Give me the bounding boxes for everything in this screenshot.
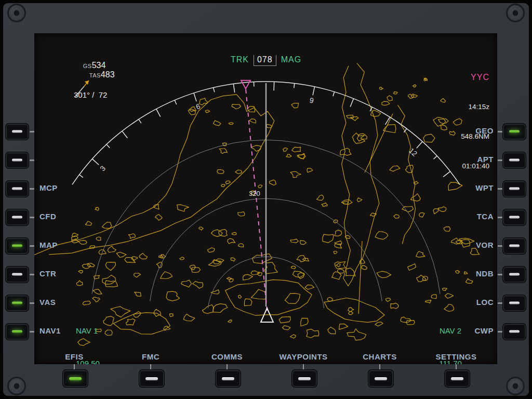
button-led-cfd: [12, 216, 22, 219]
menu-button-efis[interactable]: [63, 370, 88, 387]
track-value: 078: [254, 55, 276, 66]
menu-led-waypoints: [298, 377, 311, 380]
button-nav1[interactable]: [6, 324, 29, 340]
button-tick-nav1: [30, 331, 34, 332]
screw-top-left: [7, 4, 26, 22]
track-readout: TRK 078 MAG: [231, 55, 301, 66]
button-led-vas: [12, 302, 22, 304]
button-ctr[interactable]: [6, 267, 29, 283]
menu-tick-fmc: [150, 364, 151, 370]
range-ring-label: 320: [249, 190, 260, 197]
button-left-blank-2[interactable]: [6, 152, 29, 168]
button-ndb[interactable]: [503, 267, 526, 283]
button-led-vor: [509, 245, 520, 247]
button-led-loc: [509, 302, 520, 304]
tas-value: 483: [101, 70, 115, 79]
button-tick-cfd: [30, 217, 34, 218]
button-tick-ctr: [30, 274, 34, 275]
menu-label-comms: COMMS: [191, 352, 263, 361]
screw-top-right: [506, 4, 525, 22]
side-label-map: MAP: [39, 241, 58, 249]
button-wpt[interactable]: [503, 181, 526, 197]
button-tick-ndb: [498, 274, 502, 275]
side-label-cfd: CFD: [39, 212, 56, 221]
menu-tick-comms: [227, 364, 228, 370]
menu-label-settings: SETTINGS: [420, 352, 493, 361]
side-label-nav1: NAV1: [39, 326, 61, 335]
menu-button-fmc[interactable]: [139, 370, 164, 387]
menu-tick-waypoints: [303, 364, 304, 370]
button-tca[interactable]: [503, 209, 526, 225]
button-vor[interactable]: [503, 238, 526, 254]
mag-label: MAG: [281, 55, 301, 64]
menu-tick-efis: [74, 364, 75, 370]
button-tick-vor: [498, 245, 502, 247]
button-geo[interactable]: [503, 124, 526, 140]
screw-bottom-right: [506, 377, 525, 395]
button-tick-left-blank-2: [30, 159, 34, 161]
screw-bottom-left: [7, 377, 26, 395]
button-loc[interactable]: [503, 295, 526, 311]
button-led-left-blank-1: [12, 130, 22, 133]
tas-label: TAS: [89, 72, 101, 78]
button-tick-wpt: [498, 188, 502, 190]
gs-label: GS: [83, 63, 92, 69]
menu-led-comms: [222, 377, 234, 380]
button-vas[interactable]: [6, 295, 29, 311]
button-tick-loc: [498, 302, 502, 304]
side-label-vas: VAS: [39, 298, 56, 307]
destination-ident: YYC: [461, 72, 489, 82]
destination-info: YYC 14:15z 548.6NM 01:01:40: [461, 52, 489, 191]
nd-display: 36912320 GS534 TAS483 301° / 72 TRK 078 …: [34, 33, 497, 364]
course-bug-icon: [241, 81, 250, 89]
menu-button-settings[interactable]: [445, 370, 470, 387]
button-led-apt: [509, 159, 520, 162]
menu-led-charts: [375, 377, 387, 380]
trk-label: TRK: [231, 55, 249, 64]
button-led-geo: [509, 130, 520, 133]
button-led-nav1: [12, 330, 22, 333]
button-led-mcp: [12, 188, 22, 190]
button-led-map: [12, 245, 22, 247]
button-tick-apt: [498, 159, 502, 161]
button-led-ndb: [509, 273, 520, 276]
button-led-cwp: [509, 330, 520, 333]
destination-eta: 14:15z: [461, 102, 489, 112]
gs-value: 534: [92, 61, 106, 70]
menu-label-waypoints: WAYPOINTS: [267, 352, 340, 361]
button-apt[interactable]: [503, 152, 526, 168]
button-led-wpt: [509, 188, 520, 190]
button-cfd[interactable]: [6, 209, 29, 225]
menu-label-efis: EFIS: [38, 352, 111, 361]
menu-led-efis: [69, 377, 82, 380]
button-led-left-blank-2: [12, 159, 22, 162]
button-tick-left-blank-1: [30, 131, 34, 132]
button-tick-mcp: [30, 188, 34, 190]
heading-label-90: 9: [309, 96, 314, 105]
menu-led-fmc: [145, 377, 158, 380]
heading-label-30: 3: [98, 164, 107, 173]
button-mcp[interactable]: [6, 181, 29, 197]
speed-readout: GS534 TAS483 301° / 72: [74, 51, 115, 118]
menu-button-waypoints[interactable]: [292, 370, 317, 387]
side-label-tca: TCA: [431, 212, 494, 221]
side-label-ndb: NDB: [431, 269, 494, 278]
menu-button-comms[interactable]: [216, 370, 241, 387]
side-label-vor: VOR: [431, 241, 494, 249]
menu-button-charts[interactable]: [368, 370, 393, 387]
side-label-ctr: CTR: [39, 269, 56, 278]
button-tick-tca: [498, 217, 502, 218]
menu-tick-charts: [379, 364, 380, 370]
button-cwp[interactable]: [503, 324, 526, 340]
nav1-label: NAV 1: [76, 325, 104, 336]
menu-led-settings: [451, 377, 463, 380]
button-tick-map: [30, 245, 34, 247]
button-led-tca: [509, 216, 520, 219]
menu-tick-settings: [456, 364, 457, 370]
side-label-apt: APT: [431, 155, 494, 164]
side-label-loc: LOC: [431, 298, 494, 307]
button-left-blank-1[interactable]: [6, 124, 29, 140]
button-map[interactable]: [6, 238, 29, 254]
wind-readout: 301° / 72: [74, 90, 115, 99]
menu-label-fmc: FMC: [114, 352, 187, 361]
